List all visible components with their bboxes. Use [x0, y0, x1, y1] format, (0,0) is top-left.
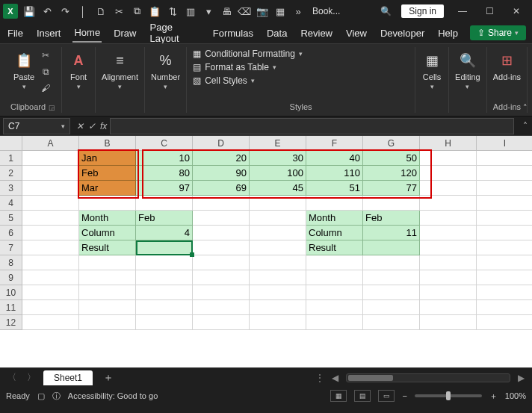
font-button[interactable]: A Font ▾ — [68, 47, 89, 90]
cell-A7[interactable] — [22, 240, 79, 255]
cell-E2[interactable]: 100 — [250, 166, 306, 181]
cell-G2[interactable]: 120 — [363, 166, 420, 181]
column-header-f[interactable]: F — [306, 136, 363, 151]
cell-styles-button[interactable]: ▧Cell Styles▾ — [193, 75, 303, 86]
cell-I9[interactable] — [477, 270, 532, 285]
sheet-nav-next[interactable]: 〉 — [24, 371, 39, 384]
cell-F5[interactable]: Month — [306, 211, 363, 226]
cell-C11[interactable] — [136, 300, 193, 315]
cell-A2[interactable] — [22, 166, 79, 181]
cell-A6[interactable] — [22, 226, 79, 240]
column-header-e[interactable]: E — [250, 136, 306, 151]
conditional-formatting-button[interactable]: ▦Conditional Formatting▾ — [193, 49, 303, 59]
editing-button[interactable]: 🔍 Editing ▾ — [455, 47, 480, 90]
cell-E1[interactable]: 30 — [250, 151, 306, 166]
formula-bar-expand-icon[interactable]: ˄ — [519, 121, 532, 131]
cell-C7[interactable] — [136, 240, 193, 255]
paste-icon[interactable]: 📋 — [146, 3, 163, 19]
macro-record-icon[interactable]: ▢ — [37, 391, 45, 401]
menu-draw[interactable]: Draw — [112, 25, 137, 42]
zoom-slider[interactable] — [415, 394, 482, 397]
cell-I2[interactable] — [477, 166, 532, 181]
filter-icon[interactable]: ▥ — [182, 3, 199, 19]
horizontal-scrollbar[interactable] — [346, 373, 510, 382]
cell-A11[interactable] — [22, 300, 79, 315]
print-icon[interactable]: 🖶 — [218, 3, 235, 19]
cell-B2[interactable]: Feb — [79, 166, 136, 181]
redo-icon[interactable]: ↷ — [57, 3, 73, 19]
menu-home[interactable]: Home — [72, 24, 102, 43]
cell-F2[interactable]: 110 — [306, 166, 363, 181]
number-button[interactable]: % Number ▾ — [151, 47, 180, 90]
cell-H1[interactable] — [420, 151, 477, 166]
cell-B7[interactable]: Result — [79, 240, 136, 255]
ribbon-collapse-button[interactable]: ˄ — [523, 103, 528, 113]
cell-H6[interactable] — [420, 226, 477, 240]
cell-E3[interactable]: 45 — [250, 181, 306, 196]
row-header-10[interactable]: 10 — [0, 285, 22, 300]
cell-F10[interactable] — [306, 285, 363, 300]
cell-E4[interactable] — [250, 196, 306, 211]
view-page-layout-button[interactable]: ▤ — [354, 390, 371, 402]
cell-B1[interactable]: Jan — [79, 151, 136, 166]
column-header-h[interactable]: H — [420, 136, 477, 151]
maximize-button[interactable]: ☐ — [477, 1, 502, 22]
spreadsheet-grid[interactable]: ABCDEFGHI 123456789101112 Jan1020304050F… — [0, 136, 532, 367]
menu-view[interactable]: View — [344, 25, 368, 42]
hscroll-right[interactable]: ▶ — [515, 373, 528, 383]
cell-I3[interactable] — [477, 181, 532, 196]
menu-insert[interactable]: Insert — [35, 25, 63, 42]
cell-F9[interactable] — [306, 270, 363, 285]
document-title[interactable]: Book... — [312, 6, 340, 16]
cell-D1[interactable]: 20 — [193, 151, 250, 166]
qat-overflow-icon[interactable]: » — [290, 3, 306, 19]
undo-icon[interactable]: ↶ — [39, 3, 55, 19]
menu-developer[interactable]: Developer — [379, 25, 426, 42]
cell-E8[interactable] — [250, 255, 306, 270]
cell-A9[interactable] — [22, 270, 79, 285]
camera-icon[interactable]: 📷 — [254, 3, 270, 19]
cells-button[interactable]: ▦ Cells ▾ — [421, 47, 442, 90]
cell-B11[interactable] — [79, 300, 136, 315]
cell-H7[interactable] — [420, 240, 477, 255]
format-as-table-button[interactable]: ▤Format as Table▾ — [193, 62, 303, 72]
view-page-break-button[interactable]: ▭ — [378, 390, 395, 402]
row-header-2[interactable]: 2 — [0, 166, 22, 181]
column-header-i[interactable]: I — [477, 136, 532, 151]
cell-H8[interactable] — [420, 255, 477, 270]
cell-G6[interactable]: 11 — [363, 226, 420, 240]
cell-A8[interactable] — [22, 255, 79, 270]
formula-bar[interactable] — [110, 118, 514, 134]
cell-E9[interactable] — [250, 270, 306, 285]
column-header-d[interactable]: D — [193, 136, 250, 151]
cell-G3[interactable]: 77 — [363, 181, 420, 196]
row-header-11[interactable]: 11 — [0, 300, 22, 315]
cell-D6[interactable] — [193, 226, 250, 240]
cell-B5[interactable]: Month — [79, 211, 136, 226]
menu-review[interactable]: Review — [299, 25, 334, 42]
cell-F8[interactable] — [306, 255, 363, 270]
format-painter-button[interactable]: 🖌 — [39, 83, 52, 96]
clear-icon[interactable]: ⌫ — [236, 3, 253, 19]
cell-C9[interactable] — [136, 270, 193, 285]
cell-D5[interactable] — [193, 211, 250, 226]
name-box[interactable]: C7 ▾ — [3, 118, 70, 134]
alignment-button[interactable]: ≡ Alignment ▾ — [102, 47, 138, 90]
cell-I7[interactable] — [477, 240, 532, 255]
search-icon[interactable]: 🔍 — [376, 6, 395, 16]
cell-C1[interactable]: 10 — [136, 151, 193, 166]
row-header-5[interactable]: 5 — [0, 211, 22, 226]
qat-more-icon[interactable]: ▾ — [200, 3, 217, 19]
sign-in-button[interactable]: Sign in — [401, 4, 444, 18]
cell-G8[interactable] — [363, 255, 420, 270]
cell-D7[interactable] — [193, 240, 250, 255]
cell-B10[interactable] — [79, 285, 136, 300]
sort-icon[interactable]: ⇅ — [164, 3, 181, 19]
cell-F7[interactable]: Result — [306, 240, 363, 255]
cut-button[interactable]: ✂ — [39, 50, 52, 63]
row-header-6[interactable]: 6 — [0, 226, 22, 240]
cell-G12[interactable] — [363, 315, 420, 330]
row-header-7[interactable]: 7 — [0, 240, 22, 255]
tab-scroll-options-icon[interactable]: ⋮ — [315, 373, 324, 383]
zoom-out-button[interactable]: − — [402, 391, 406, 400]
